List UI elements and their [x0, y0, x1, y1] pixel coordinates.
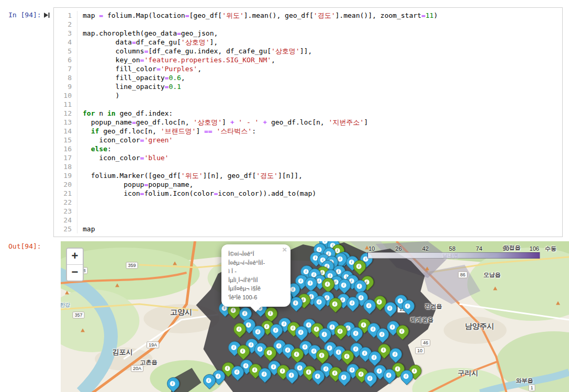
info-icon: i — [361, 322, 366, 328]
code-text: folium.Marker([geo_df['위도'][n], geo_df['… — [77, 171, 303, 180]
info-icon: i — [264, 324, 270, 329]
info-icon: i — [314, 327, 319, 332]
info-icon: i — [404, 374, 409, 379]
legend-tick-label: 10 — [369, 245, 375, 252]
code-cell[interactable]: 1map = folium.Map(location=[geo_df['위도']… — [53, 7, 563, 237]
in-prompt: In [94]: — [0, 7, 43, 19]
legend-tick-label: 26 — [395, 245, 401, 252]
code-line[interactable]: 16 else: — [54, 144, 562, 153]
line-number: 21 — [54, 189, 77, 198]
run-cell-icon[interactable] — [43, 7, 53, 21]
code-line[interactable]: 10 ) — [54, 91, 562, 100]
info-icon: i — [306, 322, 311, 328]
info-icon: i — [298, 278, 304, 284]
code-text: popup_name=geo_df.loc[n, '상호명'] + ' - ' … — [77, 118, 368, 127]
info-icon: i — [377, 368, 382, 374]
code-line[interactable]: 23 — [54, 207, 562, 216]
code-line[interactable]: 19 folium.Marker([geo_df['위도'][n], geo_d… — [54, 171, 562, 180]
info-icon: i — [308, 281, 313, 286]
info-icon: i — [359, 372, 364, 377]
code-text: map = folium.Map(location=[geo_df['위도'].… — [77, 11, 438, 20]
code-text — [77, 20, 83, 29]
info-icon: i — [387, 306, 393, 311]
info-icon: i — [380, 332, 385, 337]
code-line[interactable]: 8 fill_opacity=0.6, — [54, 73, 562, 82]
code-line[interactable]: 18 — [54, 162, 562, 171]
code-line[interactable]: 21 icon=folium.Icon(color=icon_color)).a… — [54, 189, 562, 198]
code-text: columns=[df_cafe_gu.index, df_cafe_gu['상… — [77, 47, 312, 55]
popup-text-line: Î¤êµ¬í¬Î¤ê°ÎìÎ- — [228, 259, 281, 267]
code-editor[interactable]: 1map = folium.Map(location=[geo_df['위도']… — [54, 11, 562, 233]
code-text: icon=folium.Icon(color=icon_color)).add_… — [77, 189, 316, 198]
info-icon: i — [170, 381, 175, 386]
info-icon: i — [367, 376, 373, 381]
line-number: 13 — [54, 118, 77, 127]
line-number: 16 — [54, 144, 77, 153]
line-number: 24 — [54, 216, 77, 225]
code-line[interactable]: 5 columns=[df_cafe_gu.index, df_cafe_gu[… — [54, 47, 562, 55]
info-icon: i — [206, 378, 211, 383]
zoom-in-button[interactable]: + — [67, 249, 83, 265]
info-icon: i — [297, 365, 303, 371]
info-icon: i — [393, 352, 398, 357]
zoom-out-button[interactable]: − — [67, 265, 83, 281]
popup-text-line: 'Îê²Îê 100-6 — [228, 293, 281, 302]
code-line[interactable]: 15 icon_color='green' — [54, 136, 562, 144]
popup-close-icon[interactable]: × — [282, 246, 287, 253]
code-text: fill_opacity=0.6, — [77, 73, 185, 82]
line-number: 12 — [54, 109, 77, 118]
step-forward-icon — [43, 12, 50, 19]
info-icon: i — [395, 366, 400, 372]
line-number: 2 — [54, 20, 77, 29]
code-line[interactable]: 13 popup_name=geo_df.loc[n, '상호명'] + ' -… — [54, 118, 562, 127]
popup-text-line: ÎµíÎ¤êµ¬ ì§Îê — [228, 284, 281, 293]
line-number: 1 — [54, 11, 77, 20]
info-icon: i — [291, 326, 296, 331]
map-output[interactable]: 고양시김포시고촌읍남양주시구리시퇴계원읍진건읍오남읍진접읍수동달내면와부읍한강3… — [61, 241, 569, 392]
info-icon: i — [268, 311, 273, 316]
popup-content: Î©¤í¬Î¤ê°ÎÎ¤êµ¬í¬Î¤ê°ÎìÎ-ì Î -ÎµÎì¸Î¬íÎ'… — [228, 250, 281, 301]
zoom-control: + − — [66, 248, 84, 282]
legend-tick-label: 74 — [476, 245, 482, 252]
info-icon: i — [350, 367, 355, 373]
info-icon: i — [317, 299, 322, 305]
legend-tick-label: 90 — [503, 245, 509, 252]
code-line[interactable]: 17 icon_color='blue' — [54, 153, 562, 162]
code-line[interactable]: 9 line_opacity=0.1 — [54, 82, 562, 91]
info-icon: i — [377, 299, 382, 305]
output-cell-row: Out[94]: — [0, 241, 569, 392]
code-line[interactable]: 7 fill_color='Purples', — [54, 64, 562, 73]
line-number: 22 — [54, 198, 77, 207]
code-line[interactable]: 3map.choropleth(geo_data=geo_json, — [54, 29, 562, 38]
info-icon: i — [341, 375, 347, 380]
info-icon: i — [357, 284, 362, 289]
code-line[interactable]: 2 — [54, 20, 562, 29]
info-icon: i — [285, 348, 291, 353]
info-icon: i — [280, 368, 285, 374]
info-icon: i — [242, 311, 248, 316]
code-line[interactable]: 24 — [54, 216, 562, 225]
info-icon: i — [315, 374, 320, 379]
info-icon: i — [338, 329, 343, 334]
code-line[interactable]: 12for n in geo_df.index: — [54, 109, 562, 118]
info-icon: i — [231, 345, 237, 350]
line-number: 8 — [54, 73, 77, 82]
info-icon: i — [359, 295, 364, 300]
popup-text-line: ì Î - — [228, 267, 281, 276]
code-line[interactable]: 20 popup=popup_name, — [54, 180, 562, 189]
line-number: 14 — [54, 127, 77, 136]
legend-gradient-bar — [367, 252, 540, 259]
info-icon: i — [298, 330, 304, 335]
code-line[interactable]: 25map — [54, 225, 562, 233]
code-line[interactable]: 11 — [54, 100, 562, 109]
code-line[interactable]: 4 data=df_cafe_gu['상호명'], — [54, 38, 562, 47]
code-line[interactable]: 6 key_on='feature.properties.SIG_KOR_NM'… — [54, 55, 562, 64]
code-line[interactable]: 22 — [54, 198, 562, 207]
info-icon: i — [289, 373, 294, 378]
info-icon: i — [399, 329, 405, 334]
code-line[interactable]: 14 if geo_df.loc[n, '브랜드명'] == '스타벅스': — [54, 127, 562, 136]
info-icon: i — [319, 353, 325, 358]
code-text: icon_color='blue' — [77, 153, 169, 162]
code-line[interactable]: 1map = folium.Map(location=[geo_df['위도']… — [54, 11, 562, 20]
info-icon: i — [332, 371, 338, 376]
